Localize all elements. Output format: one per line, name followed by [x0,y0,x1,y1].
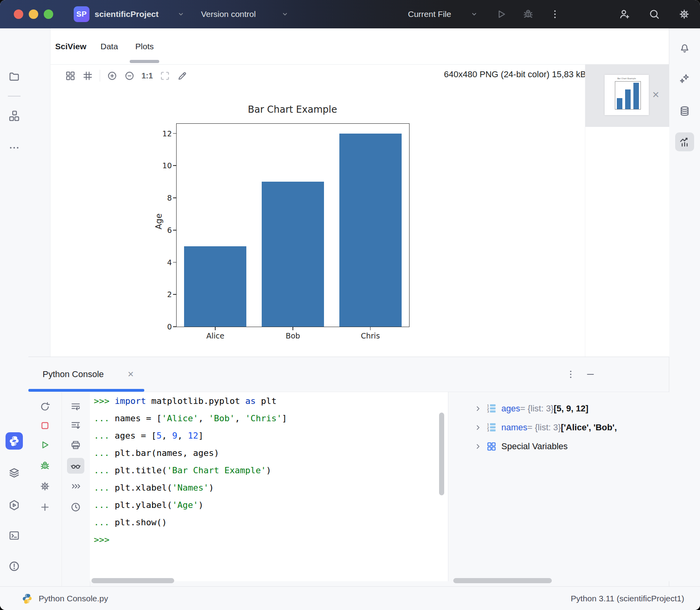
run-configuration-selector[interactable]: Current File [408,0,451,28]
sciview-tool-button[interactable] [675,132,694,151]
console-code-line: ... plt.bar(names, ages) [90,444,448,461]
variable-row[interactable]: 123names = {list: 3} ['Alice', 'Bob', [449,418,669,437]
variable-row[interactable]: Special Variables [449,437,669,456]
sciview-panel: SciView Data Plots 1:1 640x480 PNG (24-b… [28,28,669,357]
expand-chevron-icon[interactable] [474,404,482,413]
console-tab[interactable]: Python Console [43,357,104,392]
terminal-tool-icon[interactable] [8,530,20,541]
problems-tool-icon[interactable] [8,560,20,572]
console-vertical-scrollbar[interactable] [439,413,444,495]
hide-console-icon[interactable] [585,369,596,380]
run-icon[interactable] [495,8,507,20]
stripe-divider [8,96,20,97]
bar-bob [262,182,324,327]
expand-chevron-icon[interactable] [474,423,482,432]
console-body: >>> import matplotlib.pyplot as plt... n… [28,392,669,587]
variable-row[interactable]: 123ages = {list: 3} [5, 9, 12] [449,399,669,418]
y-tick-label: 0 [167,322,172,331]
print-icon[interactable] [70,439,81,450]
list-variable-icon: 123 [486,404,497,414]
special-variables-icon [486,441,497,452]
variables-horizontal-scrollbar[interactable] [453,578,552,583]
zoom-out-icon[interactable] [124,71,135,81]
thumbnail-bar [633,83,639,109]
services-tool-icon[interactable] [8,499,20,511]
glasses-icon [70,460,81,471]
code-with-me-icon[interactable] [618,8,630,20]
close-console-tab-icon[interactable]: × [128,368,134,380]
more-actions-icon[interactable] [549,8,561,20]
y-tick-label: 10 [162,161,172,170]
debug-icon[interactable] [522,8,534,20]
show-variables-button-selected[interactable] [67,458,84,474]
scroll-to-end-icon[interactable] [70,420,81,431]
y-tick-label: 8 [167,193,172,202]
y-tick [173,230,177,231]
plot-thumbnail[interactable]: Bar Chart Example [605,75,649,115]
thumbnail-axes [615,81,641,110]
window-close-button[interactable] [14,9,23,19]
y-tick-label: 6 [167,226,172,234]
database-tool-icon[interactable] [679,105,691,117]
y-tick [173,262,177,263]
window-minimize-button[interactable] [29,9,38,19]
fit-frame-icon[interactable] [160,71,170,81]
structure-tool-icon[interactable] [8,110,20,122]
window-zoom-button[interactable] [44,9,53,19]
actual-size-button[interactable]: 1:1 [141,71,153,80]
charts-icon [679,136,691,148]
y-tick [173,294,177,295]
stop-icon[interactable] [39,420,50,431]
pycharm-window: SP scientificProject Version control Cur… [0,0,700,610]
python-packages-tool-icon[interactable] [8,467,20,479]
run-command-icon[interactable] [39,439,50,450]
chevron-down-icon [281,10,289,19]
edit-plot-icon[interactable] [177,71,188,81]
x-tick [370,327,371,330]
tab-plots[interactable]: Plots [132,28,157,64]
chevron-down-icon [470,10,478,19]
project-tool-icon[interactable] [8,71,20,82]
console-horizontal-scrollbar[interactable] [91,578,174,583]
console-tab-underline [28,389,144,392]
chart-ylabel: Age [154,206,164,237]
tile-view-icon[interactable] [65,71,76,81]
plot-thumbnail-row-selected[interactable]: Bar Chart Example × [585,64,669,127]
thumbnail-bar [617,98,622,109]
history-icon[interactable] [70,502,81,513]
attach-debugger-icon[interactable] [39,460,50,471]
console-code-line: ... plt.xlabel('Names') [90,479,448,496]
selected-tab-underline [130,60,159,63]
project-menu[interactable]: scientificProject [95,0,158,28]
more-tools-icon[interactable] [8,142,20,154]
rerun-console-icon[interactable] [39,401,50,412]
settings-icon[interactable] [678,8,690,20]
zoom-in-icon[interactable] [107,71,117,81]
python-file-icon [21,593,33,604]
ai-assistant-icon[interactable] [679,73,691,85]
close-plot-icon[interactable]: × [652,89,659,100]
x-tick-label: Alice [206,331,224,340]
search-everywhere-icon[interactable] [648,8,660,20]
execute-selection-icon[interactable] [70,481,81,492]
console-editor[interactable]: >>> import matplotlib.pyplot as plt... n… [90,392,448,581]
new-console-icon[interactable] [39,502,50,513]
soft-wrap-icon[interactable] [70,401,81,412]
notifications-icon[interactable] [679,42,691,54]
console-options-icon[interactable] [565,369,576,380]
python-console-tool-button[interactable] [6,432,23,450]
chart-axes: 024681012AliceBobChris [176,123,410,327]
grid-icon[interactable] [82,71,93,81]
console-settings-icon[interactable] [39,481,50,492]
bar-alice [184,246,246,327]
chart-title: Bar Chart Example [176,104,409,115]
thumbnail-title: Bar Chart Example [605,77,649,80]
interpreter-widget[interactable]: Python 3.11 (scientificProject1) [571,587,684,610]
expand-chevron-icon[interactable] [474,442,482,451]
console-code-line: >>> import matplotlib.pyplot as plt [90,392,448,409]
console-toolbar-column [61,392,90,587]
tab-data[interactable]: Data [97,28,121,64]
list-variable-icon: 123 [486,422,497,433]
x-tick-label: Bob [286,331,300,340]
vcs-menu[interactable]: Version control [201,0,256,28]
